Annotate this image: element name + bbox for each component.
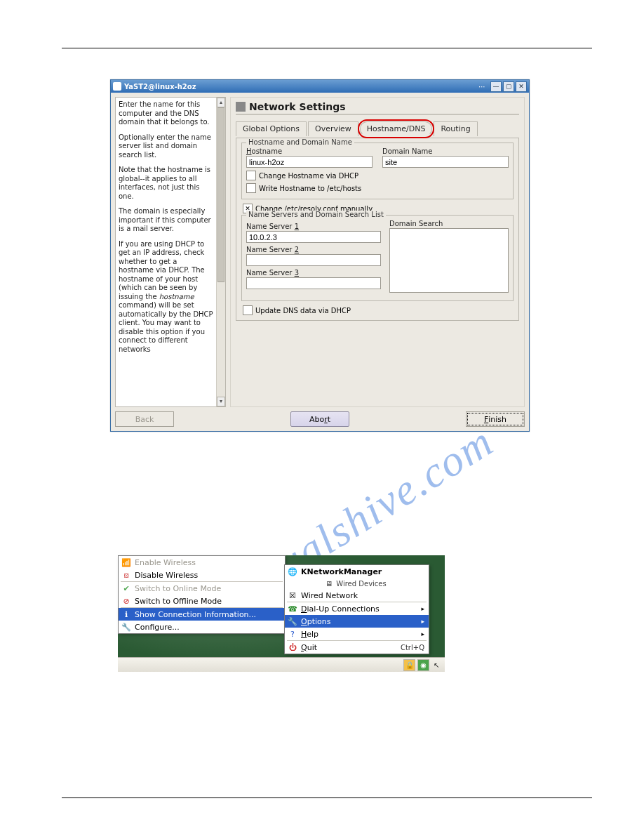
group-nameservers: Name Servers and Domain Search List Name… bbox=[241, 215, 514, 301]
ns2-label: Name Server 2 bbox=[246, 246, 381, 253]
abort-button[interactable]: Abort bbox=[290, 411, 349, 427]
minimize-button[interactable]: — bbox=[490, 81, 502, 92]
phone-icon: ☎ bbox=[288, 604, 297, 614]
mi-configure[interactable]: 🔧Configure... bbox=[119, 621, 285, 633]
close-button[interactable]: ✕ bbox=[516, 81, 527, 92]
scroll-up-icon[interactable]: ▴ bbox=[217, 98, 225, 107]
wrench-icon: 🔧 bbox=[121, 622, 131, 632]
wireless-off-icon: ⦻ bbox=[121, 570, 131, 580]
network-icon bbox=[236, 102, 246, 112]
help-p4: The domain is especially important if th… bbox=[119, 207, 214, 234]
tab-global-options[interactable]: Global Options bbox=[236, 121, 307, 136]
mi-switch-online: ✔Switch to Online Mode bbox=[119, 582, 285, 595]
checkbox-update-dns-dhcp[interactable]: Update DNS data via DHCP bbox=[243, 305, 514, 315]
wireless-on-icon: 📶 bbox=[121, 557, 131, 567]
page-rule-bottom bbox=[62, 797, 592, 798]
page-rule-top bbox=[62, 48, 592, 48]
tray-arrow-icon[interactable]: ↖ bbox=[431, 660, 442, 670]
scroll-thumb[interactable] bbox=[217, 107, 224, 282]
options-icon[interactable]: ⋯ bbox=[478, 82, 486, 91]
mi-dialup[interactable]: ☎Dial-Up Connections▸ bbox=[285, 602, 429, 615]
checkbox-change-hostname-dhcp[interactable]: Change Hostname via DHCP bbox=[246, 171, 509, 180]
mi-switch-offline[interactable]: ⊘Switch to Offline Mode bbox=[119, 595, 285, 607]
window-title: YaST2@linux-h2oz bbox=[124, 83, 474, 91]
maximize-button[interactable]: ▢ bbox=[503, 81, 514, 92]
taskbar: 🔒 ◉ ↖ bbox=[118, 657, 445, 672]
help-p5: If you are using DHCP to get an IP addre… bbox=[119, 240, 214, 355]
tab-row: Global Options Overview Hostname/DNS Rou… bbox=[236, 121, 519, 135]
mi-wired-network[interactable]: ☒Wired Network bbox=[285, 589, 429, 602]
mi-options[interactable]: 🔧Options▸ bbox=[285, 615, 429, 628]
domain-input[interactable] bbox=[382, 156, 509, 168]
scroll-down-icon[interactable]: ▾ bbox=[217, 397, 225, 406]
wrench-icon: 🔧 bbox=[288, 616, 297, 626]
online-icon: ✔ bbox=[121, 583, 131, 593]
tab-overview[interactable]: Overview bbox=[308, 121, 358, 136]
options-submenu: 📶Enable Wireless ⦻Disable Wireless ✔Swit… bbox=[118, 555, 286, 634]
yast-window: YaST2@linux-h2oz ⋯ — ▢ ✕ Enter the name … bbox=[110, 79, 530, 432]
knetworkmanager-menu: 🌐KNetworkManager 🖥Wired Devices ☒Wired N… bbox=[284, 564, 429, 654]
tray-lock-icon[interactable]: 🔒 bbox=[403, 659, 415, 671]
help-scrollbar[interactable]: ▴ ▾ bbox=[216, 98, 225, 406]
checked-icon: ☒ bbox=[288, 590, 297, 600]
tabpanel-hostname: Hostname and Domain Name Hostname Domain… bbox=[236, 138, 519, 321]
domain-search-input[interactable] bbox=[389, 228, 509, 293]
mi-wired-header: 🖥Wired Devices bbox=[285, 578, 429, 589]
tab-routing[interactable]: Routing bbox=[434, 121, 477, 136]
group-hostname: Hostname and Domain Name Hostname Domain… bbox=[241, 143, 514, 199]
globe-icon: 🌐 bbox=[288, 567, 297, 576]
mi-show-connection-info[interactable]: ℹShow Connection Information... bbox=[119, 608, 285, 621]
tray-network-icon[interactable]: ◉ bbox=[417, 659, 429, 671]
ns1-input[interactable] bbox=[246, 231, 381, 243]
page-title: Network Settings bbox=[236, 101, 519, 112]
mi-title: 🌐KNetworkManager bbox=[285, 565, 429, 578]
power-icon: ⏻ bbox=[288, 642, 297, 652]
ns3-input[interactable] bbox=[246, 277, 381, 289]
knetworkmanager-screenshot: 📶Enable Wireless ⦻Disable Wireless ✔Swit… bbox=[118, 555, 445, 672]
nic-icon: 🖥 bbox=[326, 580, 333, 588]
help-p2: Optionally enter the name server list an… bbox=[119, 133, 214, 160]
back-button[interactable]: Back bbox=[115, 411, 174, 427]
help-icon: ? bbox=[288, 629, 297, 639]
domain-search-label: Domain Search bbox=[389, 220, 509, 227]
info-icon: ℹ bbox=[121, 609, 131, 619]
finish-button[interactable]: Finish bbox=[466, 411, 525, 427]
checkbox-write-etc-hosts[interactable]: Write Hostname to /etc/hosts bbox=[246, 183, 509, 193]
button-bar: Back Abort Finish bbox=[115, 411, 525, 427]
offline-icon: ⊘ bbox=[121, 596, 131, 606]
group-hostname-legend: Hostname and Domain Name bbox=[246, 138, 354, 146]
ns1-label: Name Server 1 bbox=[246, 223, 381, 230]
mi-enable-wireless: 📶Enable Wireless bbox=[119, 556, 285, 569]
help-pane: Enter the name for this computer and the… bbox=[115, 97, 226, 407]
tab-hostname-dns[interactable]: Hostname/DNS bbox=[360, 121, 433, 136]
group-nameservers-legend: Name Servers and Domain Search List bbox=[246, 211, 386, 218]
domain-label: Domain Name bbox=[382, 147, 509, 155]
hostname-input[interactable] bbox=[246, 156, 373, 168]
help-p1: Enter the name for this computer and the… bbox=[119, 100, 214, 127]
mi-help[interactable]: ?Help▸ bbox=[285, 628, 429, 640]
ns2-input[interactable] bbox=[246, 254, 381, 266]
mi-disable-wireless[interactable]: ⦻Disable Wireless bbox=[119, 569, 285, 581]
help-p3: Note that the hostname is global--it app… bbox=[119, 166, 214, 201]
mi-quit[interactable]: ⏻QuitCtrl+Q bbox=[285, 641, 429, 654]
title-rule bbox=[236, 114, 519, 115]
titlebar[interactable]: YaST2@linux-h2oz ⋯ — ▢ ✕ bbox=[111, 80, 529, 93]
app-icon bbox=[113, 82, 121, 91]
hostname-label: Hostname bbox=[246, 147, 373, 155]
ns3-label: Name Server 3 bbox=[246, 269, 381, 277]
